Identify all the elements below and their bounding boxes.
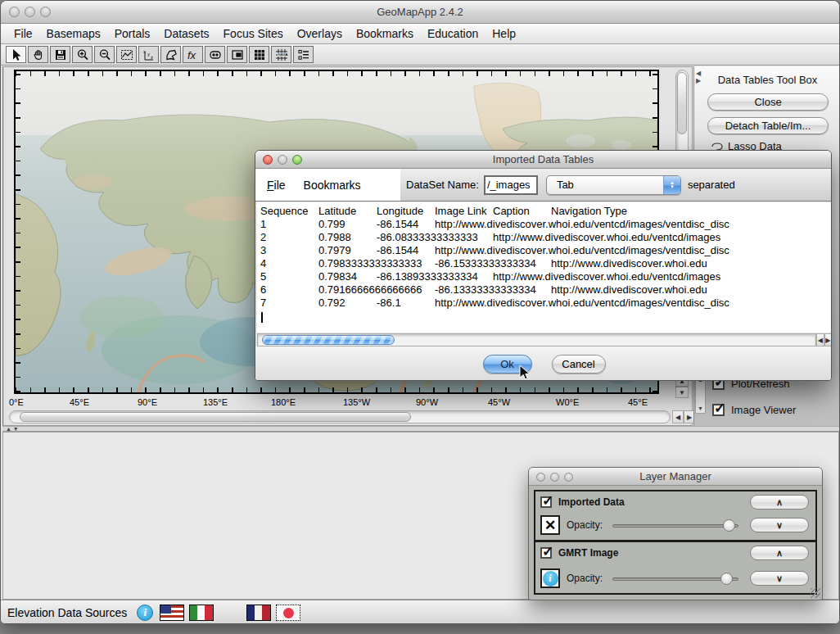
dialog-hscroll-thumb[interactable] <box>262 335 395 345</box>
axis-label: 45°E <box>70 397 89 407</box>
layer-info-button[interactable]: i <box>540 568 560 588</box>
axis-label: 45°E <box>628 397 648 407</box>
profile-tool-icon[interactable] <box>116 46 137 63</box>
info-icon[interactable]: i <box>137 605 153 621</box>
opacity-label: Opacity: <box>567 573 603 584</box>
function-fx-icon[interactable]: fx <box>183 46 203 63</box>
info-icon: i <box>543 571 558 586</box>
sidebar-title: Data Tables Tool Box <box>694 74 840 86</box>
pan-hand-icon[interactable] <box>28 46 48 63</box>
mask-tool-icon[interactable] <box>205 46 225 63</box>
screen: GeoMapApp 2.4.2 File Basemaps Portals Da… <box>0 0 840 634</box>
flag-united-states-icon[interactable] <box>160 605 184 621</box>
layer-visibility-checkbox[interactable] <box>540 496 552 508</box>
main-toolbar: xyz fx NASA <box>1 44 839 66</box>
image-viewer-checkbox[interactable] <box>712 404 725 416</box>
layer-manager-title: Layer Manager <box>639 470 711 482</box>
scroll-left-icon[interactable]: ◀ <box>672 410 684 423</box>
layer-name: Imported Data <box>558 496 625 508</box>
dialog-zoom-icon[interactable] <box>292 155 302 165</box>
horizontal-splitter[interactable]: ▲ ▼ <box>2 426 839 432</box>
close-x-icon: ✕ <box>544 519 556 532</box>
menu-education[interactable]: Education <box>427 27 478 40</box>
dialog-close-icon[interactable] <box>263 155 273 165</box>
save-icon[interactable] <box>50 46 70 63</box>
move-layer-down-button[interactable]: ∨ <box>750 518 809 532</box>
layer-imported-data: Imported Data ∧ ✕ Opacity: ∨ <box>535 491 815 542</box>
image-viewer-label: Image Viewer <box>731 404 796 416</box>
menu-portals[interactable]: Portals <box>115 27 151 40</box>
layer-list-icon[interactable] <box>293 46 314 63</box>
separator-select[interactable]: Tab ▲▼ <box>546 175 681 195</box>
lm-close-icon[interactable] <box>536 473 545 482</box>
flag-france-icon[interactable] <box>246 605 271 621</box>
dialog-titlebar[interactable]: Imported Data Tables <box>255 151 831 169</box>
lm-zoom-icon[interactable] <box>564 473 573 482</box>
menu-bookmarks[interactable]: Bookmarks <box>356 27 413 40</box>
menu-datasets[interactable]: Datasets <box>164 27 209 40</box>
menu-focus-sites[interactable]: Focus Sites <box>224 27 283 40</box>
svg-text:fx: fx <box>187 48 196 61</box>
dataset-name-field[interactable]: /_images <box>484 175 538 195</box>
scroll-right-icon[interactable]: ▶ <box>824 333 833 346</box>
dialog-menubar: File Bookmarks DataSet Name: /_images Ta… <box>255 169 832 202</box>
layer-list: Imported Data ∧ ✕ Opacity: ∨ GMRT <box>534 490 817 595</box>
longitude-axis: 0°E 45°E 90°E 135°E 180°E 135°W 90°W 45°… <box>14 397 661 410</box>
flag-italy-icon[interactable] <box>189 605 214 621</box>
svg-text:y: y <box>147 52 150 57</box>
image-viewer-option[interactable]: Image Viewer <box>712 404 796 416</box>
resize-grip-icon[interactable] <box>811 588 820 598</box>
grid-icon[interactable] <box>249 46 269 63</box>
cancel-button[interactable]: Cancel <box>552 355 606 374</box>
dialog-table-area[interactable]: Sequence Latitude Longitude Image Link C… <box>257 202 831 333</box>
menu-help[interactable]: Help <box>492 27 516 40</box>
lm-minimize-icon[interactable] <box>550 473 559 482</box>
menu-overlays[interactable]: Overlays <box>297 27 342 40</box>
window-overlay-icon[interactable] <box>227 46 247 63</box>
dialog-menu-bookmarks[interactable]: Bookmarks <box>304 179 361 192</box>
text-caret <box>261 312 263 323</box>
window-title: GeoMapApp 2.4.2 <box>377 6 463 18</box>
opacity-slider[interactable] <box>612 519 738 532</box>
lasso-tool-icon[interactable] <box>160 46 181 63</box>
move-layer-down-button[interactable]: ∨ <box>750 571 809 586</box>
map-vscroll-thumb[interactable] <box>677 72 687 134</box>
main-titlebar[interactable]: GeoMapApp 2.4.2 <box>1 1 839 24</box>
layer-manager-titlebar[interactable]: Layer Manager <box>529 468 822 486</box>
scroll-down-icon[interactable]: ▼ <box>675 387 689 398</box>
scroll-down-icon[interactable]: ▼ <box>698 405 703 411</box>
close-button[interactable]: Close <box>707 93 829 111</box>
dialog-minimize-icon[interactable] <box>278 155 287 165</box>
zoom-in-icon[interactable] <box>72 46 93 63</box>
zoom-window-icon[interactable] <box>40 7 51 17</box>
move-layer-up-button[interactable]: ∧ <box>750 546 809 560</box>
dialog-hscrollbar[interactable] <box>257 333 816 346</box>
remove-layer-button[interactable]: ✕ <box>540 515 560 535</box>
menu-file[interactable]: File <box>14 27 33 40</box>
map-hscrollbar[interactable] <box>9 410 671 423</box>
flag-japan-icon[interactable] <box>276 605 300 621</box>
dialog-table-text[interactable]: Sequence Latitude Longitude Image Link C… <box>257 202 831 310</box>
close-window-icon[interactable] <box>9 7 20 17</box>
layer-visibility-checkbox[interactable] <box>540 547 552 559</box>
nasa-grid-icon[interactable]: NASA <box>271 46 291 63</box>
opacity-slider[interactable] <box>612 573 738 585</box>
minimize-window-icon[interactable] <box>25 7 35 17</box>
dialog-menu-file[interactable]: File <box>267 179 286 192</box>
xyz-axes-icon[interactable]: xyz <box>138 46 159 63</box>
mouse-cursor-icon <box>519 365 532 385</box>
pointer-tool-icon[interactable] <box>6 46 26 63</box>
menu-basemaps[interactable]: Basemaps <box>47 27 101 40</box>
map-hscroll-arrows: ◀ ▶ <box>672 410 695 423</box>
scroll-left-icon[interactable]: ◀ <box>816 333 824 346</box>
map-ticks-bottom <box>16 387 657 392</box>
detach-table-button[interactable]: Detach Table/Im... <box>707 117 829 134</box>
select-stepper-icon[interactable]: ▲▼ <box>663 176 680 194</box>
slider-thumb[interactable] <box>720 573 733 585</box>
zoom-out-icon[interactable] <box>94 46 115 63</box>
move-layer-up-button[interactable]: ∧ <box>750 495 809 509</box>
slider-thumb[interactable] <box>723 519 735 532</box>
separator-selected-value: Tab <box>557 179 574 191</box>
axis-label: 135°W <box>343 397 370 407</box>
map-hscroll-thumb[interactable] <box>20 412 411 422</box>
